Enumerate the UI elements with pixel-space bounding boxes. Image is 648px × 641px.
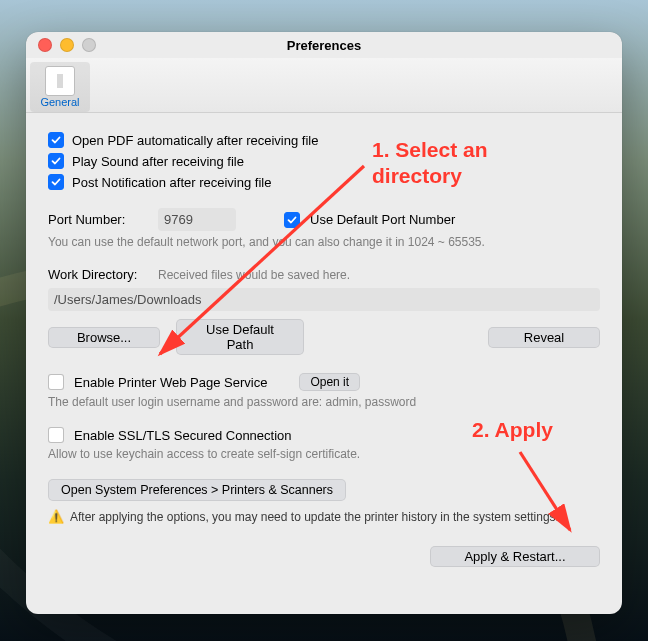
open-pdf-label: Open PDF automatically after receiving f… (72, 133, 318, 148)
content-area: Open PDF automatically after receiving f… (26, 113, 622, 581)
play-sound-label: Play Sound after receiving file (72, 154, 244, 169)
open-system-preferences-button[interactable]: Open System Preferences > Printers & Sca… (48, 479, 346, 501)
workdir-label: Work Directory: (48, 267, 148, 282)
workdir-section: Work Directory: Received files would be … (48, 267, 600, 355)
use-default-port-label: Use Default Port Number (310, 212, 455, 227)
reveal-button[interactable]: Reveal (488, 327, 600, 348)
use-default-path-button[interactable]: Use Default Path (176, 319, 304, 355)
preferences-window: Preferences General Open PDF automatical… (26, 32, 622, 614)
tab-general[interactable]: General (30, 62, 90, 112)
ssl-section: Enable SSL/TLS Secured Connection Allow … (48, 427, 600, 461)
sysprefs-section: Open System Preferences > Printers & Sca… (48, 479, 600, 524)
printerweb-section: Enable Printer Web Page Service Open it … (48, 373, 600, 409)
workdir-buttons: Browse... Use Default Path Reveal (48, 319, 600, 355)
titlebar: Preferences (26, 32, 622, 58)
port-section: Port Number: Use Default Port Number You… (48, 208, 600, 249)
printerweb-label: Enable Printer Web Page Service (74, 375, 267, 390)
open-pdf-checkbox[interactable] (48, 132, 64, 148)
window-title: Preferences (26, 38, 622, 53)
footer: Apply & Restart... (48, 546, 600, 567)
play-sound-row: Play Sound after receiving file (48, 153, 600, 169)
printerweb-hint: The default user login username and pass… (48, 395, 600, 409)
play-sound-checkbox[interactable] (48, 153, 64, 169)
warning-icon: ⚠️ (48, 509, 64, 524)
use-default-port-checkbox[interactable] (284, 212, 300, 228)
open-pdf-row: Open PDF automatically after receiving f… (48, 132, 600, 148)
port-hint: You can use the default network port, an… (48, 235, 600, 249)
post-notification-row: Post Notification after receiving file (48, 174, 600, 190)
post-notification-label: Post Notification after receiving file (72, 175, 271, 190)
ssl-hint: Allow to use keychain access to create s… (48, 447, 600, 461)
browse-button[interactable]: Browse... (48, 327, 160, 348)
workdir-row: Work Directory: Received files would be … (48, 267, 600, 282)
ssl-row: Enable SSL/TLS Secured Connection (48, 427, 600, 443)
ssl-label: Enable SSL/TLS Secured Connection (74, 428, 292, 443)
post-notification-checkbox[interactable] (48, 174, 64, 190)
port-row: Port Number: Use Default Port Number (48, 208, 600, 231)
open-it-button[interactable]: Open it (299, 373, 360, 391)
printerweb-row: Enable Printer Web Page Service Open it (48, 373, 600, 391)
printerweb-checkbox[interactable] (48, 374, 64, 390)
tab-general-label: General (30, 96, 90, 108)
general-icon (45, 66, 75, 96)
workdir-path-input[interactable] (48, 288, 600, 311)
toolbar: General (26, 58, 622, 113)
port-input[interactable] (158, 208, 236, 231)
apply-restart-button[interactable]: Apply & Restart... (430, 546, 600, 567)
warning-row: ⚠️ After applying the options, you may n… (48, 509, 600, 524)
warning-text: After applying the options, you may need… (70, 510, 559, 524)
port-label: Port Number: (48, 212, 148, 227)
ssl-checkbox[interactable] (48, 427, 64, 443)
workdir-hint: Received files would be saved here. (158, 268, 350, 282)
